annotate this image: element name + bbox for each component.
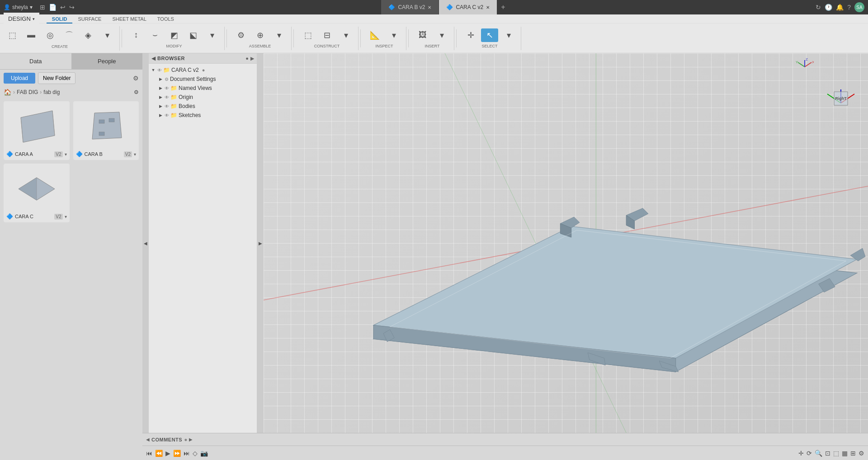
view-cube-toggle-icon[interactable]: ⬚ bbox=[833, 450, 839, 457]
tree-expand-bodies[interactable]: ▶ bbox=[158, 103, 163, 109]
new-folder-button[interactable]: New Folder bbox=[38, 72, 75, 84]
tree-item-root[interactable]: ▼ 👁 📁 CARA C v2 ● bbox=[149, 66, 257, 75]
breadcrumb-fab-dig-sub[interactable]: fab dig bbox=[43, 89, 60, 95]
browser-expand-right-button[interactable]: ▶ bbox=[257, 53, 264, 433]
tree-expand-named-views[interactable]: ▶ bbox=[158, 85, 163, 91]
fit-view-icon[interactable]: ⊡ bbox=[825, 450, 830, 457]
modify-press-pull-button[interactable]: ↕ bbox=[127, 28, 145, 42]
file-item-cara-c[interactable]: 🔷 CARA C V2 ▾ bbox=[4, 164, 70, 222]
grid-icon[interactable]: ⊞ bbox=[40, 4, 45, 11]
insert-more-button[interactable]: ▾ bbox=[433, 28, 450, 42]
next-frame-icon[interactable]: ⏩ bbox=[173, 450, 181, 457]
assemble-new-comp-button[interactable]: ⚙ bbox=[232, 28, 250, 42]
modify-chamfer-button[interactable]: ◩ bbox=[165, 28, 183, 42]
user-menu[interactable]: 👤 sheyla ▾ bbox=[4, 4, 33, 10]
file-version-arrow-cara-a[interactable]: ▾ bbox=[65, 152, 67, 157]
avatar[interactable]: SA bbox=[854, 2, 864, 12]
modify-shell-button[interactable]: ⬕ bbox=[184, 28, 202, 42]
skip-back-icon[interactable]: ⏮ bbox=[146, 450, 152, 457]
breadcrumb-home-icon[interactable]: 🏠 bbox=[4, 89, 11, 96]
tab-cara-c-v2[interactable]: 🔷 CARA C v2 ✕ bbox=[439, 0, 497, 14]
tree-vis-origin[interactable]: 👁 bbox=[165, 95, 169, 100]
browser-collapse-icon[interactable]: ◀ bbox=[151, 55, 156, 61]
inspect-more-button[interactable]: ▾ bbox=[385, 28, 402, 42]
file-icon[interactable]: 📄 bbox=[49, 4, 57, 11]
tree-vis-bodies[interactable]: 👁 bbox=[165, 104, 169, 109]
skip-forward-icon[interactable]: ⏭ bbox=[184, 450, 190, 457]
file-version-arrow-cara-c[interactable]: ▾ bbox=[65, 214, 67, 219]
modify-more-button[interactable]: ▾ bbox=[203, 28, 221, 42]
tab-cara-b-v2[interactable]: 🔷 CARA B v2 ✕ bbox=[381, 0, 439, 14]
tree-expand-root[interactable]: ▼ bbox=[151, 67, 156, 73]
tree-vis-root[interactable]: 👁 bbox=[157, 68, 162, 73]
tab-solid[interactable]: SOLID bbox=[47, 15, 73, 23]
upload-button[interactable]: Upload bbox=[4, 73, 35, 84]
browser-collapse-button[interactable]: ◀ bbox=[142, 53, 149, 433]
create-revolve-button[interactable]: ◎ bbox=[42, 28, 59, 42]
create-extrude-button[interactable]: ▬ bbox=[23, 28, 40, 42]
select-move-button[interactable]: ✛ bbox=[462, 28, 479, 42]
refresh-icon[interactable]: ↻ bbox=[816, 4, 821, 11]
browser-expand-icon[interactable]: ▶ bbox=[250, 56, 254, 61]
viewport-canvas[interactable]: RighT X Y Z bbox=[264, 53, 868, 433]
browser-filter-icon[interactable]: ● bbox=[245, 56, 249, 61]
zoom-window-icon[interactable]: 🔍 bbox=[815, 450, 822, 457]
prev-frame-icon[interactable]: ⏪ bbox=[155, 450, 163, 457]
tab-people[interactable]: People bbox=[71, 53, 143, 69]
tree-expand-doc-settings[interactable]: ▶ bbox=[158, 76, 163, 82]
construct-midplane-button[interactable]: ⊟ bbox=[318, 28, 335, 42]
tree-vis-doc-settings[interactable]: ⚙ bbox=[165, 77, 169, 82]
insert-image-button[interactable]: 🖼 bbox=[414, 28, 431, 42]
select-button[interactable]: ↖ bbox=[481, 28, 498, 42]
help-icon[interactable]: ? bbox=[847, 4, 851, 11]
tree-vis-sketches[interactable]: 👁 bbox=[165, 113, 169, 118]
viewport[interactable]: RighT X Y Z bbox=[264, 53, 868, 433]
tab-sheet-metal[interactable]: SHEET METAL bbox=[107, 15, 151, 23]
assemble-more-button[interactable]: ▾ bbox=[270, 28, 288, 42]
bottom-settings-icon[interactable]: ⚙ bbox=[859, 450, 864, 457]
tree-item-origin[interactable]: ▶ 👁 📁 Origin bbox=[149, 93, 257, 102]
select-more-button[interactable]: ▾ bbox=[500, 28, 517, 42]
modify-fillet-button[interactable]: ⌣ bbox=[146, 28, 164, 42]
orbit-icon[interactable]: ⟳ bbox=[807, 450, 812, 457]
tab-close-button-active[interactable]: ✕ bbox=[486, 5, 490, 10]
tree-item-sketches[interactable]: ▶ 👁 📁 Sketches bbox=[149, 111, 257, 120]
construct-offset-plane-button[interactable]: ⬚ bbox=[299, 28, 316, 42]
view-cube[interactable]: RighT bbox=[823, 85, 854, 117]
panel-settings-icon[interactable]: ⚙ bbox=[133, 75, 139, 82]
tab-tools[interactable]: TOOLS bbox=[152, 15, 179, 23]
notification-icon[interactable]: 🔔 bbox=[836, 4, 844, 11]
camera-icon[interactable]: 📷 bbox=[200, 450, 208, 457]
create-sweep-button[interactable]: ⌒ bbox=[61, 28, 78, 42]
create-loft-button[interactable]: ◈ bbox=[80, 28, 97, 42]
construct-more-button[interactable]: ▾ bbox=[337, 28, 354, 42]
add-tab-button[interactable]: + bbox=[497, 3, 509, 11]
breadcrumb-settings-icon[interactable]: ⚙ bbox=[134, 89, 139, 95]
tab-data[interactable]: Data bbox=[0, 53, 71, 69]
assemble-joint-button[interactable]: ⊕ bbox=[251, 28, 269, 42]
comments-collapse-icon[interactable]: ◀ bbox=[146, 437, 150, 442]
file-item-cara-a[interactable]: 🔷 CARA A V2 ▾ bbox=[4, 101, 70, 160]
clock-icon[interactable]: 🕐 bbox=[825, 4, 832, 11]
grid-settings-icon[interactable]: ⊞ bbox=[850, 450, 856, 457]
tab-surface[interactable]: SURFACE bbox=[72, 15, 107, 23]
redo-icon[interactable]: ↪ bbox=[69, 4, 75, 11]
create-new-component-button[interactable]: ⬚ bbox=[4, 28, 21, 42]
tab-close-button[interactable]: ✕ bbox=[428, 5, 431, 10]
tree-item-document-settings[interactable]: ▶ ⚙ Document Settings bbox=[149, 75, 257, 84]
design-button[interactable]: DESIGN ▾ bbox=[4, 13, 39, 25]
file-item-cara-b[interactable]: 🔷 CARA B V2 ▾ bbox=[73, 101, 139, 160]
tree-vis-named-views[interactable]: 👁 bbox=[165, 86, 169, 91]
tree-item-bodies[interactable]: ▶ 👁 📁 Bodies bbox=[149, 102, 257, 111]
breadcrumb-fab-dig[interactable]: FAB DIG bbox=[17, 89, 38, 95]
pan-icon[interactable]: ✛ bbox=[798, 450, 804, 457]
file-version-arrow-cara-b[interactable]: ▾ bbox=[134, 152, 136, 157]
tree-expand-sketches[interactable]: ▶ bbox=[158, 113, 163, 118]
tree-dot-root[interactable]: ● bbox=[202, 67, 205, 73]
create-more-button[interactable]: ▾ bbox=[99, 28, 116, 42]
tree-item-named-views[interactable]: ▶ 👁 📁 Named Views bbox=[149, 84, 257, 93]
inspect-measure-button[interactable]: 📐 bbox=[366, 28, 383, 42]
display-settings-icon[interactable]: ▦ bbox=[842, 450, 848, 457]
play-icon[interactable]: ▶ bbox=[165, 450, 170, 457]
comments-expand-icon[interactable]: ▶ bbox=[189, 437, 193, 442]
